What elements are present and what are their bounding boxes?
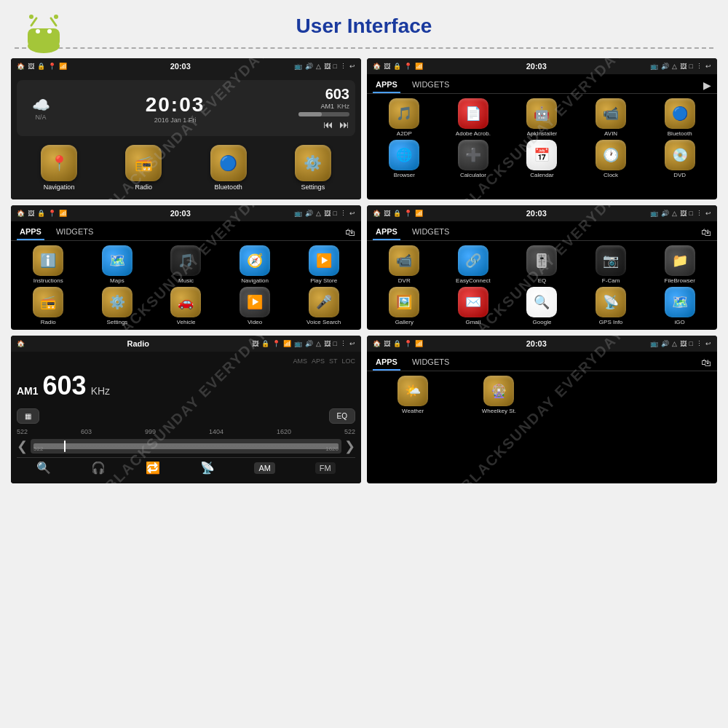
back-icon[interactable]: ↩	[349, 63, 355, 70]
app-navigation[interactable]: 🧭 Navigation	[222, 245, 288, 284]
store-icon[interactable]: ▶	[703, 79, 711, 91]
app-gallery[interactable]: 🖼️ Gallery	[371, 287, 438, 325]
menu-icon: ⋮	[696, 63, 703, 70]
app-weather[interactable]: 🌤️ Weather	[371, 376, 454, 414]
back-icon[interactable]: ↩	[705, 210, 711, 217]
home-app-settings[interactable]: ⚙️ Settings	[293, 145, 333, 191]
app-maps[interactable]: 🗺️ Maps	[84, 245, 151, 284]
tab-widgets[interactable]: WIDGETS	[409, 224, 452, 240]
antenna-icon[interactable]: 📡	[200, 461, 215, 475]
home-icon[interactable]: 🏠	[17, 340, 25, 347]
tri-icon: △	[672, 63, 677, 70]
prev-icon[interactable]: ⏮	[323, 119, 333, 130]
back-icon[interactable]: ↩	[349, 340, 355, 347]
app-bluetooth[interactable]: 🔵 Bluetooth	[646, 98, 713, 137]
svg-point-7	[54, 15, 58, 19]
tab-widgets[interactable]: WIDGETS	[53, 224, 96, 240]
home-app-navigation[interactable]: 📍 Navigation	[39, 145, 79, 191]
freq-999: 999	[145, 428, 156, 435]
tab-apps[interactable]: APPS	[373, 77, 400, 93]
fm-btn[interactable]: FM	[315, 462, 336, 474]
home-app-radio[interactable]: 📻 Radio	[124, 145, 164, 191]
status-left: 🏠 🖼 🔒 📍 📶	[373, 340, 423, 347]
instructions-icon: ℹ️	[33, 245, 63, 276]
app-settings[interactable]: ⚙️ Settings	[84, 287, 151, 325]
app-dvr[interactable]: 📹 DVR	[371, 245, 438, 284]
app-a2dp[interactable]: 🎵 A2DP	[371, 98, 438, 137]
tabs-left: APPS WIDGETS	[373, 224, 452, 240]
tabs-bar: APPS WIDGETS 🛍	[11, 221, 361, 241]
back-icon[interactable]: ↩	[705, 63, 711, 70]
seek-left[interactable]: ❮	[17, 438, 28, 454]
headphone-icon[interactable]: 🎧	[91, 461, 106, 475]
home-icon[interactable]: 🏠	[17, 63, 25, 70]
app-fcam[interactable]: 📷 F-Cam	[578, 245, 644, 284]
wheelkey-icon: 🎡	[483, 376, 514, 406]
loop-icon[interactable]: 🔁	[146, 461, 160, 475]
app-calendar[interactable]: 📅 Calendar	[509, 140, 575, 178]
tab-apps[interactable]: APPS	[17, 224, 44, 240]
calc-icon: ➕	[458, 140, 488, 170]
store-icon[interactable]: 🛍	[701, 357, 711, 368]
bluetooth-label: Bluetooth	[215, 183, 242, 191]
store-icon[interactable]: 🛍	[345, 226, 355, 238]
tabs-left: APPS WIDGETS	[373, 77, 452, 93]
back-icon[interactable]: ↩	[705, 340, 711, 347]
eq-button[interactable]: ▦	[17, 408, 39, 424]
app-google[interactable]: 🔍 Google	[509, 287, 575, 325]
weather-icon: 🌤️	[397, 376, 428, 406]
app-playstore[interactable]: ▶️ Play Store	[290, 245, 357, 284]
tab-widgets[interactable]: WIDGETS	[409, 77, 452, 93]
home-icon[interactable]: 🏠	[373, 340, 381, 347]
app-igo[interactable]: 🗺️ iGO	[646, 287, 713, 325]
app-radio[interactable]: 📻 Radio	[15, 287, 82, 325]
tab-apps[interactable]: APPS	[373, 224, 400, 240]
app-browser[interactable]: 🌐 Browser	[371, 140, 438, 178]
lock-icon: 🔒	[37, 210, 45, 217]
seek-bar[interactable]: 522 1620	[31, 439, 341, 454]
gps-icon: 📡	[596, 287, 626, 317]
app-calc[interactable]: ➕ Calculator	[440, 140, 507, 178]
app-music[interactable]: 🎵 Music	[153, 245, 219, 284]
app-gpsinfo[interactable]: 📡 GPS Info	[578, 287, 644, 325]
home-icon[interactable]: 🏠	[17, 210, 25, 217]
app-eq[interactable]: 🎚️ EQ	[509, 245, 575, 284]
seek-right[interactable]: ❯	[344, 438, 355, 454]
menu-icon: ⋮	[696, 210, 703, 217]
app-instructions[interactable]: ℹ️ Instructions	[15, 245, 82, 284]
app-apk[interactable]: 🤖 ApkInstaller	[509, 98, 575, 137]
app-gmail[interactable]: ✉️ Gmail	[440, 287, 507, 325]
app-avin[interactable]: 📹 AVIN	[578, 98, 644, 137]
app-wheelkey[interactable]: 🎡 Wheelkey St.	[457, 376, 540, 414]
app-video[interactable]: ▶️ Video	[222, 287, 288, 325]
sc-icon: 📺	[650, 340, 658, 347]
tabs-bar: APPS WIDGETS 🛍	[367, 221, 717, 241]
svg-point-6	[29, 15, 33, 19]
status-left: 🏠 🖼 🔒 📍 📶	[373, 63, 423, 70]
vol-icon: 🔊	[305, 210, 313, 217]
app-adobe[interactable]: 📄 Adobe Acrob.	[440, 98, 507, 137]
app-voicesearch[interactable]: 🎤 Voice Search	[290, 287, 357, 325]
back-icon[interactable]: ↩	[349, 210, 355, 217]
tab-widgets[interactable]: WIDGETS	[409, 355, 452, 371]
dvr-icon: 📹	[389, 245, 419, 276]
search-icon[interactable]: 🔍	[36, 461, 51, 475]
home-app-bluetooth[interactable]: 🔵 Bluetooth	[208, 145, 248, 191]
store-icon[interactable]: 🛍	[701, 226, 711, 238]
app-easyconnect[interactable]: 🔗 EasyConnect	[440, 245, 507, 284]
app-clock[interactable]: 🕐 Clock	[578, 140, 644, 178]
home-icon[interactable]: 🏠	[373, 210, 381, 217]
clock-widget: 20:03 2016 Jan 1 Fri	[65, 93, 285, 124]
app-filebrowser[interactable]: 📁 FileBrowser	[646, 245, 713, 284]
app-dvd[interactable]: 💿 DVD	[646, 140, 713, 178]
freq-1404: 1404	[209, 428, 223, 435]
eq2-button[interactable]: EQ	[329, 408, 355, 424]
home-icon[interactable]: 🏠	[373, 63, 381, 70]
apps-grid-1: 🎵 A2DP 📄 Adobe Acrob. 🤖 ApkInstaller 📹 A…	[367, 94, 717, 183]
tab-apps[interactable]: APPS	[373, 355, 400, 371]
status-right-icons: 📺 🔊 △ 🖼 □ ⋮ ↩	[294, 63, 355, 70]
next-icon[interactable]: ⏭	[339, 119, 349, 130]
a2dp-label: A2DP	[397, 130, 412, 137]
am-btn[interactable]: AM	[254, 462, 275, 474]
app-vehicle[interactable]: 🚗 Vehicle	[153, 287, 219, 325]
